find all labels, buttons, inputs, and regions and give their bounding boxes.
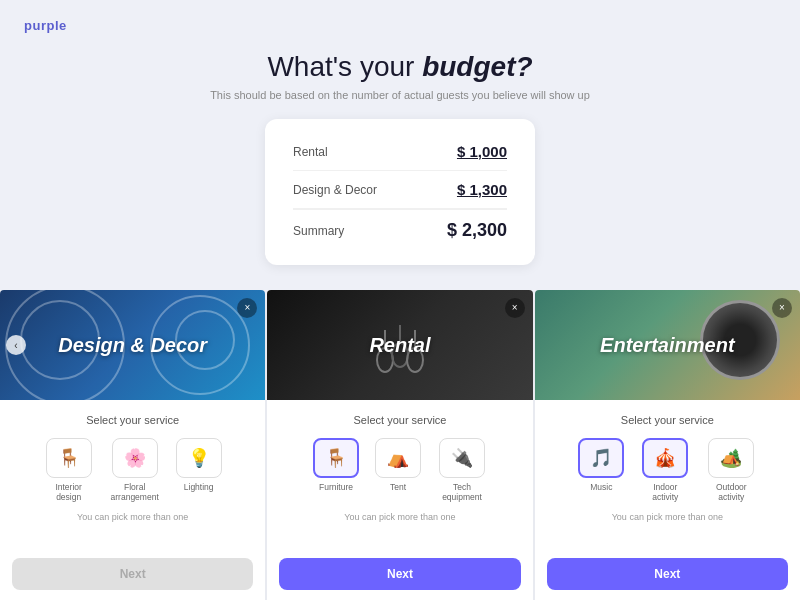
budget-row-summary: Summary $ 2,300: [293, 209, 507, 251]
panel-design-title: Design & Decor: [58, 334, 207, 357]
outdoor-icon-box: 🏕️: [708, 438, 754, 478]
furniture-icon-box: 🪑: [313, 438, 359, 478]
interior-design-icon-box: 🪑: [46, 438, 92, 478]
entertainment-services-row: 🎵 Music 🎪 Indoor activity 🏕️ Outdoor act…: [547, 438, 788, 502]
budget-row-design: Design & Decor $ 1,300: [293, 171, 507, 209]
budget-section: purple What's your budget? This should b…: [0, 0, 800, 300]
design-service-label: Select your service: [12, 414, 253, 426]
service-indoor[interactable]: 🎪 Indoor activity: [640, 438, 690, 502]
budget-card: Rental $ 1,000 Design & Decor $ 1,300 Su…: [265, 119, 535, 265]
service-floral[interactable]: 🌸 Floral arrangement: [110, 438, 160, 502]
service-interior-design[interactable]: 🪑 Interior design: [44, 438, 94, 502]
interior-design-label: Interior design: [44, 482, 94, 502]
design-label: Design & Decor: [293, 183, 377, 197]
panel-entertainment-title: Entertainment: [600, 334, 734, 357]
summary-label: Summary: [293, 224, 344, 238]
design-pick-hint: You can pick more than one: [12, 512, 253, 522]
panel-rental-body: Select your service 🪑 Furniture ⛺ Tent 🔌…: [267, 400, 532, 600]
service-tent[interactable]: ⛺ Tent: [375, 438, 421, 502]
indoor-icon-box: 🎪: [642, 438, 688, 478]
summary-amount: $ 2,300: [447, 220, 507, 241]
rental-label: Rental: [293, 145, 328, 159]
tent-icon-box: ⛺: [375, 438, 421, 478]
entertainment-pick-hint: You can pick more than one: [547, 512, 788, 522]
service-outdoor[interactable]: 🏕️ Outdoor activity: [706, 438, 756, 502]
indoor-label: Indoor activity: [640, 482, 690, 502]
panel-entertainment-close[interactable]: ×: [772, 298, 792, 318]
panel-rental: Rental × Select your service 🪑 Furniture…: [267, 290, 532, 600]
budget-subtitle: This should be based on the number of ac…: [210, 89, 590, 101]
entertainment-service-label: Select your service: [547, 414, 788, 426]
panel-design: ‹ Design & Decor × Select your service 🪑…: [0, 290, 265, 600]
budget-container: What's your budget? This should be based…: [24, 51, 776, 265]
floral-icon-box: 🌸: [112, 438, 158, 478]
panel-entertainment-body: Select your service 🎵 Music 🎪 Indoor act…: [535, 400, 800, 600]
tent-label: Tent: [390, 482, 406, 492]
tech-icon-box: 🔌: [439, 438, 485, 478]
panel-design-body: Select your service 🪑 Interior design 🌸 …: [0, 400, 265, 600]
budget-title: What's your budget?: [267, 51, 532, 83]
entertainment-next-button[interactable]: Next: [547, 558, 788, 590]
outdoor-label: Outdoor activity: [706, 482, 756, 502]
design-next-button[interactable]: Next: [12, 558, 253, 590]
tech-label: Tech equipment: [437, 482, 487, 502]
service-furniture[interactable]: 🪑 Furniture: [313, 438, 359, 502]
panel-rental-title: Rental: [369, 334, 430, 357]
panel-prev-arrow[interactable]: ‹: [6, 335, 26, 355]
panel-rental-close[interactable]: ×: [505, 298, 525, 318]
rental-amount: $ 1,000: [457, 143, 507, 160]
budget-row-rental: Rental $ 1,000: [293, 133, 507, 171]
floral-label: Floral arrangement: [110, 482, 160, 502]
music-icon-box: 🎵: [578, 438, 624, 478]
design-amount: $ 1,300: [457, 181, 507, 198]
panel-entertainment: Entertainment × Select your service 🎵 Mu…: [535, 290, 800, 600]
service-tech[interactable]: 🔌 Tech equipment: [437, 438, 487, 502]
rental-service-label: Select your service: [279, 414, 520, 426]
rental-pick-hint: You can pick more than one: [279, 512, 520, 522]
lighting-label: Lighting: [184, 482, 214, 492]
panel-rental-image: Rental ×: [267, 290, 532, 400]
rental-services-row: 🪑 Furniture ⛺ Tent 🔌 Tech equipment: [279, 438, 520, 502]
panel-design-image: ‹ Design & Decor ×: [0, 290, 265, 400]
service-lighting[interactable]: 💡 Lighting: [176, 438, 222, 502]
panel-entertainment-image: Entertainment ×: [535, 290, 800, 400]
app-logo: purple: [24, 18, 776, 33]
lighting-icon-box: 💡: [176, 438, 222, 478]
panels-container: ‹ Design & Decor × Select your service 🪑…: [0, 290, 800, 600]
design-services-row: 🪑 Interior design 🌸 Floral arrangement 💡…: [12, 438, 253, 502]
music-label: Music: [590, 482, 612, 492]
furniture-label: Furniture: [319, 482, 353, 492]
rental-next-button[interactable]: Next: [279, 558, 520, 590]
service-music[interactable]: 🎵 Music: [578, 438, 624, 502]
